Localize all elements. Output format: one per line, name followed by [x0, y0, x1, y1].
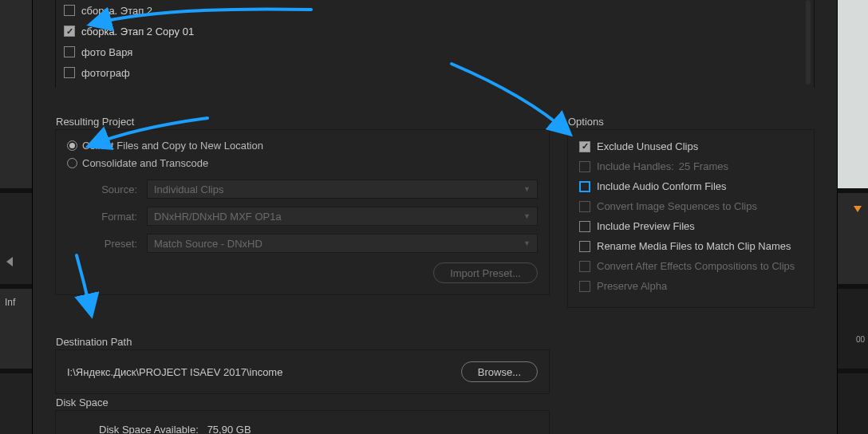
sequence-item-label: фото Варя: [81, 46, 132, 58]
option-item-label: Include Preview Files: [597, 220, 695, 232]
option-item-label: Include Audio Conform Files: [597, 180, 727, 192]
checkbox-icon: [579, 261, 590, 272]
sequence-item[interactable]: сборка. Этап 2: [64, 0, 806, 21]
select-value: Individual Clips: [154, 183, 223, 195]
option-item-label: Convert After Effects Compositions to Cl…: [597, 260, 795, 272]
timecode-mark: 00: [856, 335, 865, 344]
playhead-icon: [854, 206, 862, 212]
option-item[interactable]: Rename Media Files to Match Clip Names: [579, 236, 803, 256]
sequence-list: сборка. Этап 2сборка. Этап 2 Copy 01фото…: [55, 0, 815, 88]
checkbox-icon[interactable]: [579, 181, 590, 192]
chevron-down-icon: ▼: [523, 212, 531, 220]
source-label: Source:: [67, 183, 147, 195]
checkbox-icon: [579, 281, 590, 292]
select-value: DNxHR/DNxHD MXF OP1a: [154, 211, 282, 223]
chevron-down-icon: ▼: [523, 239, 531, 247]
sequence-item-label: сборка. Этап 2: [81, 5, 152, 17]
disk-available-label: Disk Space Available:: [99, 424, 199, 434]
option-item[interactable]: Include Preview Files: [579, 216, 803, 236]
play-back-icon: [6, 257, 13, 266]
option-item: Include Handles:25 Frames: [579, 156, 803, 176]
option-item-label: Exclude Unused Clips: [597, 140, 698, 152]
source-select: Individual Clips ▼: [147, 180, 538, 199]
disk-available-value: 75,90 GB: [207, 424, 251, 434]
option-item: Convert Image Sequences to Clips: [579, 196, 803, 216]
resulting-project-title: Resulting Project: [54, 116, 136, 128]
option-item-label: Rename Media Files to Match Clip Names: [597, 240, 791, 252]
dialog-window: сборка. Этап 2сборка. Этап 2 Copy 01фото…: [32, 0, 838, 434]
option-item-label: Include Handles:: [597, 160, 674, 172]
chevron-down-icon: ▼: [523, 185, 531, 193]
option-item-label: Preserve Alpha: [597, 280, 667, 292]
sequence-item-label: фотограф: [81, 67, 130, 79]
button-label: Browse...: [478, 366, 521, 378]
sequence-item-label: сборка. Этап 2 Copy 01: [81, 26, 194, 37]
options-title: Options: [566, 116, 606, 128]
preset-select: Match Source - DNxHD ▼: [147, 234, 538, 253]
option-item-label: Convert Image Sequences to Clips: [597, 200, 757, 212]
format-select: DNxHR/DNxHD MXF OP1a ▼: [147, 207, 538, 226]
destination-path-section: Destination Path I:\Яндекс.Диск\PROJECT …: [55, 349, 550, 394]
checkbox-icon: [579, 201, 590, 212]
format-label: Format:: [67, 211, 147, 223]
resulting-project-section: Resulting Project Collect Files and Copy…: [55, 129, 550, 295]
app-right-strip: 00: [838, 0, 868, 434]
checkbox-icon[interactable]: [64, 46, 75, 57]
radio-icon: [67, 140, 77, 151]
destination-path-text: I:\Яндекс.Диск\PROJECT ISAEV 2017\income: [67, 366, 282, 378]
sequence-item[interactable]: фотограф: [64, 62, 806, 83]
sequence-item[interactable]: фото Варя: [64, 41, 806, 62]
radio-collect-files[interactable]: Collect Files and Copy to New Location: [67, 136, 538, 154]
checkbox-icon[interactable]: [64, 67, 75, 78]
checkbox-icon[interactable]: [579, 221, 590, 232]
option-item: Preserve Alpha: [579, 276, 803, 296]
checkbox-icon[interactable]: [579, 241, 590, 252]
scrollbar[interactable]: [806, 0, 811, 85]
select-value: Match Source - DNxHD: [154, 238, 262, 250]
option-item[interactable]: Exclude Unused Clips: [579, 136, 803, 156]
radio-consolidate[interactable]: Consolidate and Transcode: [67, 154, 538, 172]
radio-label: Consolidate and Transcode: [82, 157, 208, 169]
info-label: Inf: [5, 297, 15, 308]
options-section: Options Exclude Unused ClipsInclude Hand…: [567, 129, 815, 308]
disk-space-section: Disk Space Disk Space Available: 75,90 G…: [55, 410, 550, 434]
option-item-suffix: 25 Frames: [679, 160, 728, 172]
option-item[interactable]: Include Audio Conform Files: [579, 176, 803, 196]
destination-title: Destination Path: [54, 336, 133, 348]
radio-label: Collect Files and Copy to New Location: [82, 140, 263, 152]
disk-space-title: Disk Space: [54, 397, 110, 408]
browse-button[interactable]: Browse...: [461, 361, 538, 382]
checkbox-icon[interactable]: [579, 141, 590, 152]
option-item: Convert After Effects Compositions to Cl…: [579, 256, 803, 276]
radio-icon: [67, 158, 77, 168]
checkbox-icon[interactable]: [64, 5, 75, 16]
button-label: Import Preset...: [450, 267, 521, 279]
preset-label: Preset:: [67, 238, 147, 250]
checkbox-icon[interactable]: [64, 26, 75, 37]
checkbox-icon: [579, 161, 590, 172]
import-preset-button: Import Preset...: [433, 262, 538, 283]
app-left-strip: Inf: [0, 0, 32, 434]
sequence-item[interactable]: сборка. Этап 2 Copy 01: [64, 21, 806, 41]
